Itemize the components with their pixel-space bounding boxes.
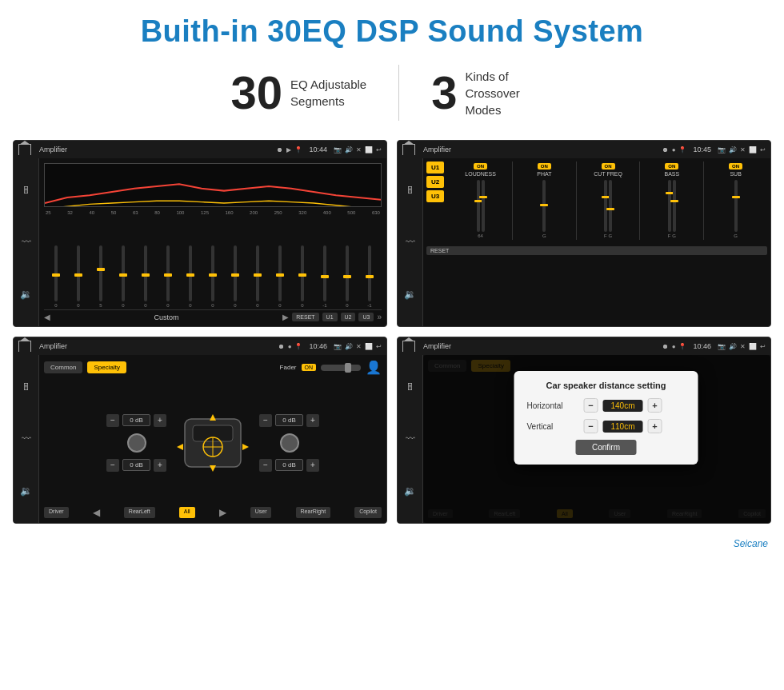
- dialog-horizontal-row: Horizontal − 140cm +: [527, 398, 686, 413]
- right-bot-plus[interactable]: +: [306, 459, 319, 472]
- section-cutfreq-label: CUT FREQ: [594, 171, 622, 177]
- loudness-slider-2[interactable]: [482, 180, 485, 232]
- eq-slider-15: -1: [359, 245, 380, 308]
- phat-slider[interactable]: [542, 180, 546, 232]
- home-icon[interactable]: [18, 144, 31, 155]
- eq-slider-5: 0: [135, 245, 156, 308]
- right-top-plus[interactable]: +: [306, 414, 319, 427]
- u3-btn[interactable]: U3: [358, 313, 374, 321]
- eq3-icon[interactable]: 🎚: [22, 381, 31, 393]
- vertical-plus-btn[interactable]: +: [648, 419, 662, 433]
- sub-slider[interactable]: [734, 180, 738, 232]
- window3-icon[interactable]: ⬜: [365, 343, 373, 350]
- u2-btn[interactable]: U2: [341, 313, 356, 321]
- vol2-icon[interactable]: 🔉: [404, 289, 416, 300]
- on-badge-bass[interactable]: ON: [665, 163, 678, 170]
- btn-all[interactable]: All: [179, 507, 195, 518]
- close4-icon[interactable]: ✕: [740, 343, 746, 350]
- wave3-icon[interactable]: 〰: [22, 433, 31, 445]
- back3-icon[interactable]: ↩: [376, 343, 382, 350]
- u2-crossover-btn[interactable]: U2: [426, 176, 444, 188]
- camera3-icon: 📷: [334, 343, 342, 350]
- eq-slider-14: 0: [337, 245, 358, 308]
- crossover-reset-btn[interactable]: RESET: [426, 246, 767, 255]
- eq-bottom-row: ◀ Custom ▶ RESET U1 U2 U3 »: [44, 309, 382, 321]
- eq-icon[interactable]: 🎚: [22, 185, 31, 196]
- loudness-slider-1[interactable]: [477, 180, 480, 232]
- vol-down-icon[interactable]: 🔉: [20, 289, 32, 300]
- tab-common[interactable]: Common: [44, 361, 82, 373]
- window2-icon[interactable]: ⬜: [749, 146, 757, 154]
- btn-rear-right[interactable]: RearRight: [296, 507, 331, 518]
- window-icon[interactable]: ⬜: [365, 146, 373, 154]
- bass-slider-2[interactable]: [673, 180, 676, 232]
- screen4-title: Amplifier: [423, 342, 659, 350]
- u1-crossover-btn[interactable]: U1: [426, 162, 444, 173]
- home-icon4[interactable]: [402, 341, 415, 352]
- cutfreq-slider-2[interactable]: [609, 180, 612, 232]
- screen-eq: Amplifier ⏺ ▶ 📍 10:44 📷 🔊 ✕ ⬜ ↩ 🎚 〰 🔉: [13, 140, 387, 327]
- vol3-icon[interactable]: 🔉: [20, 485, 32, 497]
- wave4-icon[interactable]: 〰: [406, 433, 415, 445]
- fwd-arrow-icon[interactable]: ▶: [219, 507, 226, 518]
- horizontal-plus-btn[interactable]: +: [648, 398, 662, 413]
- tab-specialty[interactable]: Specialty: [87, 361, 126, 373]
- wave-icon[interactable]: 〰: [22, 237, 31, 248]
- screen3-time: 10:46: [309, 342, 327, 350]
- on-badge-phat[interactable]: ON: [538, 163, 551, 170]
- left-bot-plus[interactable]: +: [154, 459, 166, 472]
- on-badge-cutfreq[interactable]: ON: [602, 163, 615, 170]
- back2-icon[interactable]: ↩: [760, 146, 766, 154]
- btn-user[interactable]: User: [250, 507, 272, 518]
- wave2-icon[interactable]: 〰: [406, 237, 415, 248]
- u3-crossover-btn[interactable]: U3: [426, 190, 444, 202]
- close2-icon[interactable]: ✕: [740, 146, 746, 154]
- on-badge-sub[interactable]: ON: [729, 163, 742, 170]
- eq-slider-10: 0: [247, 245, 268, 308]
- bass-slider-1[interactable]: [668, 180, 671, 232]
- back-icon[interactable]: ↩: [376, 146, 382, 154]
- btn-rear-left[interactable]: RearLeft: [124, 507, 155, 518]
- record4-icon: ⏺: [662, 343, 669, 350]
- close-icon[interactable]: ✕: [356, 146, 362, 154]
- eq2-icon[interactable]: 🎚: [406, 185, 415, 196]
- eq-slider-12: 0: [292, 245, 313, 308]
- vertical-minus-btn[interactable]: −: [584, 419, 598, 433]
- right-bot-minus[interactable]: −: [259, 459, 272, 472]
- fader-on-toggle[interactable]: ON: [302, 364, 317, 371]
- left-bot-minus[interactable]: −: [106, 459, 119, 472]
- right-top-minus[interactable]: −: [259, 414, 272, 427]
- on-badge-loudness[interactable]: ON: [474, 163, 487, 170]
- next-btn[interactable]: ▶: [282, 313, 289, 321]
- horizontal-minus-btn[interactable]: −: [584, 398, 598, 413]
- btn-copilot[interactable]: Copilot: [354, 507, 382, 518]
- screen-crossover: Amplifier ⏺ ● 📍 10:45 📷 🔊 ✕ ⬜ ↩ 🎚 〰 🔉 U1…: [397, 140, 771, 327]
- car-diagram-svg: [173, 403, 253, 483]
- eq4-icon[interactable]: 🎚: [406, 381, 415, 393]
- screen-speaker: Amplifier ⏺ ● 📍 10:46 📷 🔊 ✕ ⬜ ↩ 🎚 〰 🔉 Co…: [13, 337, 387, 524]
- dialog-confirm-btn[interactable]: Confirm: [576, 440, 636, 455]
- home-icon2[interactable]: [402, 144, 415, 155]
- speaker-bottom-row: Driver ◀ RearLeft All ▶ User RearRight C…: [44, 507, 382, 518]
- screen4-content: 🎚 〰 🔉 Common Specialty Car speaker dista…: [398, 355, 770, 523]
- back-arrow-icon[interactable]: ◀: [93, 507, 100, 518]
- fader-slider[interactable]: [321, 365, 361, 371]
- window4-icon[interactable]: ⬜: [749, 343, 757, 350]
- more-icon[interactable]: »: [377, 313, 382, 321]
- screens-grid: Amplifier ⏺ ▶ 📍 10:44 📷 🔊 ✕ ⬜ ↩ 🎚 〰 🔉: [0, 134, 784, 536]
- btn-driver[interactable]: Driver: [44, 507, 69, 518]
- u1-btn[interactable]: U1: [322, 313, 338, 321]
- prev-btn[interactable]: ◀: [44, 313, 50, 321]
- fader-label: Fader: [280, 364, 297, 371]
- cutfreq-slider-1[interactable]: [604, 180, 607, 232]
- screen1-content: 🎚 〰 🔉 25 32 40 50 63: [14, 158, 386, 326]
- home-icon3[interactable]: [18, 341, 31, 352]
- back4-icon[interactable]: ↩: [760, 343, 766, 350]
- section-bass-label: BASS: [665, 171, 680, 177]
- close3-icon[interactable]: ✕: [356, 343, 362, 350]
- screen1-time: 10:44: [309, 146, 327, 154]
- left-top-plus[interactable]: +: [154, 414, 166, 427]
- reset-btn[interactable]: RESET: [292, 313, 318, 321]
- vol4-icon[interactable]: 🔉: [404, 485, 416, 497]
- left-top-minus[interactable]: −: [106, 414, 119, 427]
